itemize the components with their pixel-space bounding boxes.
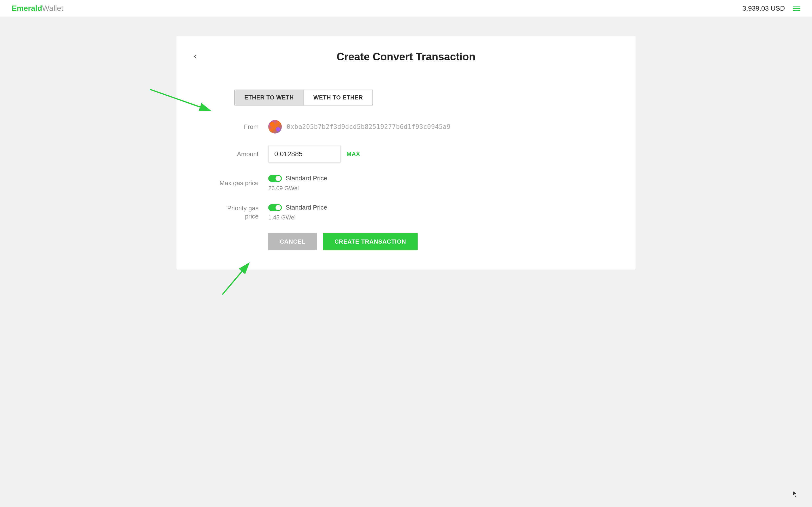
from-address: 0xba205b7b2f3d9dcd5b82519277b6d1f93c0945… [287,123,451,130]
amount-content: MAX [268,146,360,163]
max-gas-toggle[interactable] [268,175,282,182]
conversion-tabs: ETHER TO WETH WETH TO ETHER [235,90,616,106]
header-balance: 3,939.03 USD [743,5,785,12]
priority-gas-price-row: Priority gasprice Standard Price 1.45 GW… [196,204,616,221]
menu-icon[interactable] [793,6,800,11]
from-content: 0xba205b7b2f3d9dcd5b82519277b6d1f93c0945… [268,120,451,133]
from-label: From [205,123,268,131]
transaction-card: ‹ Create Convert Transaction ETHER TO WE… [176,36,636,270]
max-gas-price-label: Max gas price [205,179,268,187]
cancel-button[interactable]: CANCEL [268,233,317,250]
from-row: From 0xba205b7b2f3d9dcd5b82519277b6d1f93… [196,120,616,133]
action-buttons: CANCEL CREATE TRANSACTION [268,233,616,250]
main-content: ‹ Create Convert Transaction ETHER TO WE… [0,17,812,507]
max-button[interactable]: MAX [347,151,360,157]
logo-emerald: Emerald [12,4,42,13]
logo: Emerald Wallet [12,4,63,13]
priority-gas-top: Standard Price [268,204,327,211]
page-title: Create Convert Transaction [196,51,616,63]
logo-wallet: Wallet [42,4,63,13]
hamburger-line [793,6,800,6]
max-gas-content: Standard Price 26.09 GWei [268,175,327,192]
priority-gas-toggle[interactable] [268,204,282,211]
max-gas-value: 26.09 GWei [268,185,327,192]
header: Emerald Wallet 3,939.03 USD [0,0,812,17]
back-button[interactable]: ‹ [191,51,200,61]
toggle-thumb [275,205,281,210]
amount-input[interactable] [268,146,341,163]
priority-gas-content: Standard Price 1.45 GWei [268,204,327,221]
amount-label: Amount [205,151,268,158]
toggle-track [268,204,282,211]
toggle-track [268,175,282,182]
header-right: 3,939.03 USD [743,5,800,12]
max-gas-price-row: Max gas price Standard Price 26.09 GWei [196,175,616,192]
priority-gas-value: 1.45 GWei [268,214,327,221]
hamburger-line [793,8,800,9]
max-gas-top: Standard Price [268,175,327,182]
max-gas-standard-label: Standard Price [286,175,327,182]
priority-gas-standard-label: Standard Price [286,204,327,211]
toggle-thumb [275,176,281,181]
avatar [268,120,282,133]
create-transaction-button[interactable]: CREATE TRANSACTION [323,233,418,250]
tab-ether-to-weth[interactable]: ETHER TO WETH [235,90,304,106]
priority-gas-price-label: Priority gasprice [205,204,268,221]
tab-weth-to-ether[interactable]: WETH TO ETHER [304,90,373,106]
hamburger-line [793,10,800,11]
divider [196,75,616,75]
amount-row: Amount MAX [196,146,616,163]
